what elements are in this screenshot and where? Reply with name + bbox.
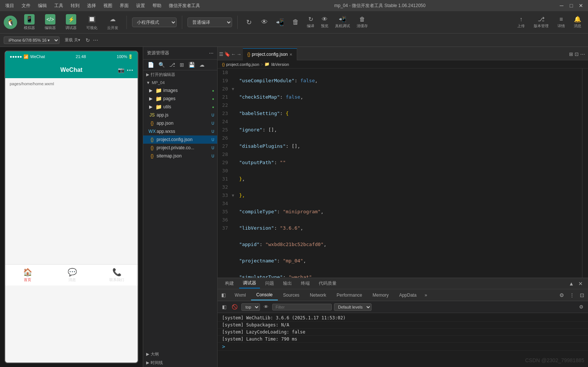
git-icon[interactable]: ⎇: [168, 61, 177, 68]
folder-images-badge: ●: [212, 89, 214, 93]
menu-goto[interactable]: 转到: [69, 2, 81, 10]
tab-debugger[interactable]: 调试器: [239, 278, 260, 288]
devtools-tab-more[interactable]: »: [422, 290, 430, 300]
devtools-tab-performance[interactable]: Performance: [331, 290, 367, 300]
collapse-icon[interactable]: ⊡: [575, 51, 579, 57]
tab-build[interactable]: 构建: [221, 279, 238, 288]
debugger-button[interactable]: ⚡ 调试器: [62, 13, 80, 32]
opened-editors-header[interactable]: ▶ 打开的编辑器: [143, 70, 217, 79]
devtools-tab-network[interactable]: Network: [305, 290, 331, 300]
new-file-icon[interactable]: 📄: [146, 61, 155, 68]
editor-scrollbar[interactable]: [582, 68, 588, 278]
devtools-tab-memory[interactable]: Memory: [367, 290, 394, 300]
timeline-header[interactable]: ▶ 时间线: [143, 358, 217, 367]
version-button[interactable]: ⎇ 版本管理: [531, 14, 552, 30]
back-arrow[interactable]: ←: [231, 51, 236, 57]
menu-file[interactable]: 文件: [20, 2, 32, 10]
close-button[interactable]: ✕: [578, 2, 584, 9]
menu-help[interactable]: 帮助: [151, 2, 163, 10]
minimize-button[interactable]: ─: [558, 2, 565, 9]
panel-collapse-icon[interactable]: ▲: [567, 280, 575, 287]
menu-edit[interactable]: 编辑: [36, 2, 48, 10]
split-icon[interactable]: ⊞: [178, 61, 186, 68]
device-selector[interactable]: iPhone 6/7/8 85% 16 ▾: [4, 36, 60, 44]
refresh-button[interactable]: ↻: [243, 16, 255, 28]
menu-view[interactable]: 视图: [102, 2, 114, 10]
menu-settings[interactable]: 设置: [135, 2, 147, 10]
menu-tool[interactable]: 工具: [53, 2, 65, 10]
tab-close[interactable]: ✕: [289, 52, 292, 57]
devtools-sidebar-icon[interactable]: ◧: [218, 290, 229, 300]
cache-icon-button[interactable]: 🗑: [290, 16, 302, 28]
editor-button[interactable]: </> 编辑器: [42, 13, 59, 32]
tab-more-icon[interactable]: ⋯: [580, 51, 585, 57]
console-sidebar-icon[interactable]: ◧: [221, 303, 228, 310]
panel-close-icon[interactable]: ✕: [577, 280, 584, 287]
detail-button[interactable]: ≡ 详情: [555, 15, 568, 30]
more-icon[interactable]: ⋯: [93, 37, 98, 43]
tab-quality[interactable]: 代码质量: [315, 279, 340, 288]
devtools-settings-icon[interactable]: ⚙: [557, 291, 566, 299]
file-projectconfig[interactable]: {} project.config.json U: [143, 135, 217, 144]
hamburger-icon[interactable]: ☰: [219, 51, 224, 57]
tab-problems[interactable]: 问题: [261, 279, 278, 288]
tab-output[interactable]: 输出: [279, 279, 296, 288]
menu-project[interactable]: 项目: [4, 2, 16, 10]
cloud-button[interactable]: ☁ 云开发: [104, 13, 121, 32]
outline-header[interactable]: ▶ 大纲: [143, 350, 217, 358]
folder-images[interactable]: ▶ 📁 images ●: [143, 86, 217, 95]
compile-select[interactable]: 普通编译: [187, 17, 232, 27]
explorer-more-icon[interactable]: ⋯: [209, 51, 213, 56]
preview-icon-button[interactable]: 👁: [258, 16, 270, 28]
tab-terminal[interactable]: 终端: [297, 279, 314, 288]
tab-project-config[interactable]: {} project.config.json ✕: [243, 48, 297, 60]
project-root-header[interactable]: ▼ MP_04: [143, 79, 217, 86]
file-projectprivate[interactable]: {} project.private.co... U: [143, 144, 217, 152]
menu-devtools[interactable]: 微信开发者工具: [167, 2, 202, 10]
code-content[interactable]: "useCompilerModule": false, "checkSiteMa…: [238, 68, 582, 278]
maximize-button[interactable]: □: [568, 2, 575, 9]
devtools-expand-icon[interactable]: ⊡: [578, 291, 587, 299]
cloud-icon[interactable]: ☁: [198, 61, 206, 68]
console-run-line[interactable]: >: [218, 343, 588, 351]
filter-input[interactable]: [272, 304, 332, 310]
nav-contact[interactable]: 📞 联系我们: [94, 265, 138, 285]
nav-home[interactable]: 🏠 首页: [5, 265, 50, 285]
console-eye-icon[interactable]: 👁: [262, 303, 270, 310]
run-prompt-icon: >: [222, 344, 225, 350]
console-settings-icon[interactable]: ⚙: [578, 303, 585, 310]
nav-message[interactable]: 💬 消息: [50, 265, 94, 285]
devtools-tab-appdata[interactable]: AppData: [394, 290, 422, 300]
breadcrumb-key[interactable]: libVersion: [271, 62, 289, 67]
devtools-tab-sources[interactable]: Sources: [278, 290, 305, 300]
mode-select[interactable]: 小程序模式: [132, 17, 177, 27]
file-appjson[interactable]: {} app.json U: [143, 119, 217, 127]
search-icon[interactable]: 🔍: [157, 61, 166, 68]
menu-interface[interactable]: 界面: [118, 2, 130, 10]
breadcrumb-file[interactable]: project.config.json: [226, 62, 259, 67]
context-select[interactable]: top: [241, 303, 260, 311]
devtools-tab-console[interactable]: Console: [251, 290, 278, 300]
folder-pages[interactable]: ▶ 📁 pages ●: [143, 95, 217, 103]
folder-utils[interactable]: ▶ 📁 utils ●: [143, 103, 217, 111]
forward-arrow[interactable]: →: [237, 51, 241, 57]
refresh-icon[interactable]: ↻: [86, 37, 90, 43]
split-editor-icon[interactable]: ⊞: [569, 51, 573, 57]
file-sitemap[interactable]: {} sitemap.json U: [143, 152, 217, 160]
devtools-options-icon[interactable]: ⋮: [567, 291, 577, 299]
save-icon[interactable]: 💾: [187, 61, 196, 68]
level-select[interactable]: Default levels: [334, 303, 372, 311]
file-appwxss[interactable]: WX app.wxss U: [143, 127, 217, 135]
message-button[interactable]: 🔔 消息: [571, 14, 584, 30]
realtest-icon-button[interactable]: 📲: [274, 16, 286, 28]
simulator-button[interactable]: 📱 模拟器: [21, 13, 38, 32]
upload-button[interactable]: ↑ 上传: [514, 15, 528, 30]
menu-select[interactable]: 选择: [86, 2, 97, 10]
reload-button[interactable]: 重载 关▾: [62, 36, 83, 44]
console-block-icon[interactable]: 🚫: [230, 303, 239, 310]
visible-button[interactable]: 🔲 可视化: [83, 13, 100, 32]
appwxss-badge: U: [212, 130, 214, 134]
bookmark-icon[interactable]: 🔖: [224, 51, 230, 57]
devtools-tab-wxml[interactable]: Wxml: [229, 290, 251, 300]
file-appjs[interactable]: JS app.js U: [143, 111, 217, 119]
